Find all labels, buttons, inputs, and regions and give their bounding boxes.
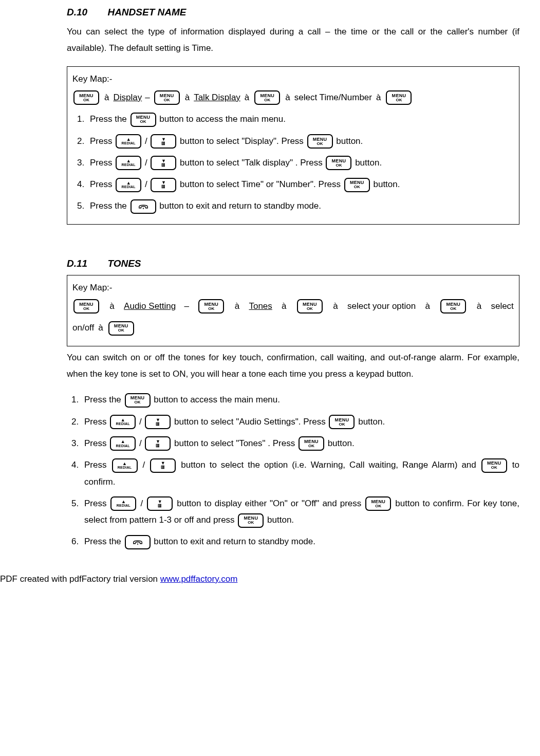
hangup-button-icon — [131, 199, 156, 214]
up-redial-button-icon: ▲REDIAL — [116, 178, 141, 192]
arrow-icon: à — [284, 89, 291, 106]
down-button-icon: ▼▥ — [145, 415, 171, 429]
section-title: TONES — [107, 258, 141, 269]
keymap-label: Key Map:- — [72, 71, 514, 87]
section-intro: You can switch on or off the tones for k… — [67, 349, 519, 383]
keymap-sequence: MENUOK à Audio Setting – MENUOK à Tones … — [72, 298, 514, 315]
arrow-icon: à — [103, 89, 110, 106]
menu-ok-button-icon: MENUOK — [198, 299, 224, 314]
step-item: Press ▲REDIAL / ▼▥ button to select "Aud… — [81, 414, 519, 430]
up-redial-button-icon: ▲REDIAL — [110, 496, 136, 511]
section-heading: D.11 TONES — [67, 254, 519, 273]
section-number: D.11 — [67, 258, 87, 269]
menu-ok-button-icon: MENUOK — [73, 90, 99, 105]
step-item: Press the button to exit and return to s… — [81, 533, 519, 550]
keymap-sequence: MENUOK à Display – MENUOK à Talk Display… — [72, 89, 514, 106]
arrow-icon: à — [244, 89, 250, 106]
svg-point-1 — [137, 544, 138, 545]
dash: – — [145, 89, 150, 106]
step-item: Press ▲REDIAL / ▼▥ button to select "Tal… — [87, 155, 514, 171]
keymap-label: Key Map:- — [72, 280, 514, 296]
dash: – — [184, 298, 189, 315]
step-item: Press the MENUOK button to access the ma… — [87, 111, 514, 127]
menu-ok-button-icon: MENUOK — [481, 458, 507, 473]
menu-ok-button-icon: MENUOK — [125, 393, 151, 408]
keymap-sequence-cont: on/off à MENUOK — [72, 320, 514, 336]
section-heading: D.10 HANDSET NAME — [67, 3, 519, 22]
keymap-item-part: select — [491, 298, 513, 315]
up-redial-button-icon: ▲REDIAL — [112, 458, 138, 473]
up-redial-button-icon: ▲REDIAL — [110, 415, 136, 429]
section-title: HANDSET NAME — [107, 7, 186, 17]
footer-link[interactable]: www.pdffactory.com — [160, 574, 238, 584]
step-item: Press ▲REDIAL / ▼▥ button to select Time… — [87, 176, 514, 193]
down-button-icon: ▼▥ — [151, 134, 176, 149]
menu-ok-button-icon: MENUOK — [386, 90, 412, 105]
menu-ok-button-icon: MENUOK — [238, 513, 264, 528]
menu-ok-button-icon: MENUOK — [154, 90, 180, 105]
arrow-icon: à — [476, 298, 482, 315]
down-button-icon: ▼▥ — [151, 178, 176, 192]
arrow-icon: à — [332, 298, 339, 315]
arrow-icon: à — [234, 298, 240, 315]
menu-ok-button-icon: MENUOK — [344, 178, 370, 192]
step-item: Press ▲REDIAL / ▼▥ button to select "Dis… — [87, 133, 514, 150]
step-item: Press the button to exit and return to s… — [87, 198, 514, 214]
arrow-icon: à — [281, 298, 287, 315]
menu-ok-button-icon: MENUOK — [297, 299, 323, 314]
menu-ok-button-icon: MENUOK — [307, 134, 333, 149]
down-button-icon: ▼▥ — [145, 436, 171, 451]
keymap-item: Audio Setting — [124, 298, 176, 315]
menu-ok-button-icon: MENUOK — [254, 90, 280, 105]
steps-list: Press the MENUOK button to access the ma… — [72, 111, 514, 214]
menu-ok-button-icon: MENUOK — [326, 156, 351, 170]
step-item: Press the MENUOK button to access the ma… — [81, 392, 519, 408]
svg-point-0 — [142, 208, 143, 209]
keymap-item: Talk Display — [194, 89, 240, 106]
arrow-icon: à — [424, 298, 431, 315]
keymap-box: Key Map:- MENUOK à Audio Setting – MENUO… — [67, 275, 519, 346]
hangup-button-icon — [125, 535, 151, 549]
menu-ok-button-icon: MENUOK — [73, 299, 99, 314]
keymap-item-part: on/off — [72, 320, 94, 336]
menu-ok-button-icon: MENUOK — [440, 299, 466, 314]
step-item: Press ▲REDIAL / ▼▥ button to select "Ton… — [81, 435, 519, 452]
arrow-icon: à — [375, 89, 382, 106]
section-number: D.10 — [67, 7, 87, 17]
footer-text: PDF created with pdfFactory trial versio… — [0, 574, 160, 584]
steps-list: Press the MENUOK button to access the ma… — [67, 392, 519, 550]
down-button-icon: ▼▥ — [150, 458, 176, 473]
pdf-footer: PDF created with pdfFactory trial versio… — [0, 571, 540, 587]
up-redial-button-icon: ▲REDIAL — [116, 134, 141, 149]
keymap-item: Display — [113, 89, 142, 106]
keymap-item: select your option — [347, 298, 416, 315]
up-redial-button-icon: ▲REDIAL — [110, 436, 136, 451]
menu-ok-button-icon: MENUOK — [131, 113, 156, 127]
up-redial-button-icon: ▲REDIAL — [116, 156, 141, 170]
step-item: Press ▲REDIAL / ▼▥ button to display eit… — [81, 495, 519, 529]
menu-ok-button-icon: MENUOK — [299, 436, 324, 451]
menu-ok-button-icon: MENUOK — [108, 321, 134, 336]
down-button-icon: ▼▥ — [151, 156, 176, 170]
step-item: Press ▲REDIAL / ▼▥ button to select the … — [81, 457, 519, 490]
arrow-icon: à — [108, 298, 115, 315]
down-button-icon: ▼▥ — [147, 496, 173, 511]
menu-ok-button-icon: MENUOK — [329, 415, 355, 429]
keymap-item: select Time/Number — [294, 89, 372, 106]
menu-ok-button-icon: MENUOK — [365, 496, 391, 511]
section-intro: You can select the type of information d… — [67, 24, 519, 57]
arrow-icon: à — [184, 89, 191, 106]
keymap-item: Tones — [249, 298, 272, 315]
arrow-icon: à — [97, 320, 104, 336]
keymap-box: Key Map:- MENUOK à Display – MENUOK à Ta… — [67, 66, 519, 225]
